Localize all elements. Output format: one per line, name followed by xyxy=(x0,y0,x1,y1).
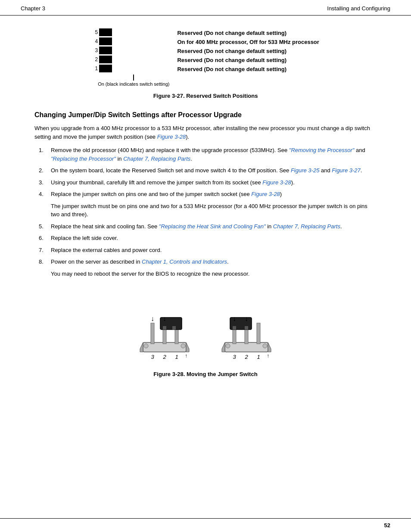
step-5-num: 5. xyxy=(39,222,51,231)
svg-marker-2 xyxy=(186,342,189,352)
svg-rect-24 xyxy=(233,326,236,330)
page-header: Chapter 3 Installing and Configuring xyxy=(0,0,411,16)
section-label: Installing and Configuring xyxy=(327,5,390,12)
figure-27-area: 5 4 3 2 1 xyxy=(34,28,377,107)
step-6-text: Replace the left side cover. xyxy=(51,234,377,243)
svg-marker-19 xyxy=(268,342,271,352)
connector: On (black indicates switch setting) xyxy=(92,75,169,87)
switch-desc-5: Reserved (Do not change default setting) xyxy=(177,29,319,37)
switch-diagram: 5 4 3 2 1 xyxy=(92,28,319,87)
section-heading: Changing Jumper/Dip Switch Settings afte… xyxy=(34,111,377,119)
step-4: 4. Replace the jumper switch on pins one… xyxy=(39,190,377,199)
svg-point-12 xyxy=(181,344,185,348)
switch-desc-3: Reserved (Do not change default setting) xyxy=(177,47,319,55)
svg-rect-7 xyxy=(163,326,166,330)
switch-box-5 xyxy=(99,28,112,36)
link-fig327[interactable]: Figure 3-27 xyxy=(332,167,360,174)
step-1: 1. Remove the old processor (400 MHz) an… xyxy=(39,146,377,163)
svg-text:1: 1 xyxy=(175,354,178,360)
link-fig328-s4[interactable]: Figure 3-28 xyxy=(251,191,280,197)
step-7-num: 7. xyxy=(39,246,51,255)
link-fig325[interactable]: Figure 3-25 xyxy=(291,167,319,174)
svg-rect-8 xyxy=(172,326,176,330)
svg-point-28 xyxy=(226,344,230,348)
step-4-extra: The jumper switch must be on pins one an… xyxy=(51,202,377,219)
switch-box-3 xyxy=(99,47,112,54)
switch-row-5: 5 xyxy=(92,28,112,36)
svg-text:↑: ↑ xyxy=(185,353,187,359)
link-ch1-controls[interactable]: Chapter 1, Controls and Indicators xyxy=(142,258,227,265)
svg-point-11 xyxy=(144,344,148,348)
svg-text:2: 2 xyxy=(244,354,248,360)
svg-text:↑: ↑ xyxy=(267,353,269,359)
link-removing-processor[interactable]: "Removing the Processor" xyxy=(289,147,355,153)
switch-num-3: 3 xyxy=(92,47,98,53)
jumper-diagrams: ↓ ↓ 3 2 1 ↑ xyxy=(137,291,274,364)
switch-box-2 xyxy=(99,56,112,63)
step-8-num: 8. xyxy=(39,258,51,266)
step-8-text: Power on the server as described in Chap… xyxy=(51,258,377,266)
step-6: 6. Replace the left side cover. xyxy=(39,234,377,243)
switch-row-2: 2 xyxy=(92,56,112,63)
page-number: 52 xyxy=(384,522,390,529)
svg-text:3: 3 xyxy=(151,354,154,360)
svg-rect-3 xyxy=(151,323,154,344)
switch-row-4: 4 xyxy=(92,37,112,45)
figure-27-caption: Figure 3-27. Reserved Switch Positions xyxy=(153,93,258,99)
step-5: 5. Replace the heat sink and cooling fan… xyxy=(39,222,377,231)
step-2: 2. On the system board, locate the Reser… xyxy=(39,166,377,175)
step-3-text: Using your thumbnail, carefully lift and… xyxy=(51,178,377,187)
svg-text:↓: ↓ xyxy=(163,315,166,322)
switch-num-5: 5 xyxy=(92,29,98,35)
switch-num-1: 1 xyxy=(92,65,98,72)
step-3-num: 3. xyxy=(39,178,51,187)
link-ch7-s5[interactable]: Chapter 7, Replacing Parts xyxy=(273,223,340,230)
svg-rect-22 xyxy=(257,323,260,344)
svg-text:↓: ↓ xyxy=(151,315,154,322)
switch-descriptions: Reserved (Do not change default setting)… xyxy=(177,28,319,75)
link-replacing-processor[interactable]: "Replacing the Processor" xyxy=(51,156,116,162)
chapter-label: Chapter 3 xyxy=(21,5,45,12)
svg-point-29 xyxy=(263,344,267,348)
page-footer: 52 xyxy=(0,518,411,532)
switch-visual: 5 4 3 2 1 xyxy=(92,28,169,87)
step-7-text: Replace the external cables and power co… xyxy=(51,246,377,255)
svg-text:1: 1 xyxy=(257,354,260,360)
step-1-text: Remove the old processor (400 MHz) and r… xyxy=(51,146,377,163)
svg-text:2: 2 xyxy=(162,354,166,360)
jumper-left-svg: ↓ ↓ 3 2 1 ↑ xyxy=(137,291,193,364)
link-fig328-s3[interactable]: Figure 3-28 xyxy=(262,179,291,186)
link-replacing-heatsink[interactable]: "Replacing the Heat Sink and Cooling Fan… xyxy=(159,223,266,230)
svg-text:↓: ↓ xyxy=(233,315,236,322)
switch-desc-1: Reserved (Do not change default setting) xyxy=(177,65,319,73)
link-ch7-replacing[interactable]: Chapter 7, Replacing Parts xyxy=(123,156,190,162)
switch-num-2: 2 xyxy=(92,56,98,62)
switch-num-4: 4 xyxy=(92,38,98,44)
switch-row-1: 1 xyxy=(92,65,112,72)
step-2-num: 2. xyxy=(39,166,51,175)
step-5-text: Replace the heat sink and cooling fan. S… xyxy=(51,222,377,231)
on-label: On (black indicates switch setting) xyxy=(98,81,169,87)
switch-box-4 xyxy=(99,37,112,45)
step-3: 3. Using your thumbnail, carefully lift … xyxy=(39,178,377,187)
switch-box-1 xyxy=(99,65,112,72)
step-8: 8. Power on the server as described in C… xyxy=(39,258,377,266)
intro-paragraph: When you upgrade from a 400 MHz processo… xyxy=(34,124,377,141)
step-2-text: On the system board, locate the Reserved… xyxy=(51,166,377,175)
step-7: 7. Replace the external cables and power… xyxy=(39,246,377,255)
svg-text:↓: ↓ xyxy=(245,315,248,322)
switch-desc-4: On for 400 MHz processor, Off for 533 MH… xyxy=(177,38,319,46)
svg-text:3: 3 xyxy=(233,354,236,360)
svg-marker-1 xyxy=(140,342,143,352)
step-8-extra: You may need to reboot the server for th… xyxy=(51,270,377,278)
step-4-num: 4. xyxy=(39,190,51,199)
page-content: 5 4 3 2 1 xyxy=(0,16,411,407)
jumper-right-svg: ↓ ↓ 3 2 1 ↑ xyxy=(218,291,274,364)
figure-28-caption: Figure 3-28. Moving the Jumper Switch xyxy=(153,371,257,377)
step-4-text: Replace the jumper switch on pins one an… xyxy=(51,190,377,199)
steps-list: 1. Remove the old processor (400 MHz) an… xyxy=(39,146,377,278)
step-6-num: 6. xyxy=(39,234,51,243)
svg-rect-25 xyxy=(245,326,248,330)
step-1-num: 1. xyxy=(39,146,51,163)
intro-link-fig28[interactable]: Figure 3-28 xyxy=(157,134,186,140)
